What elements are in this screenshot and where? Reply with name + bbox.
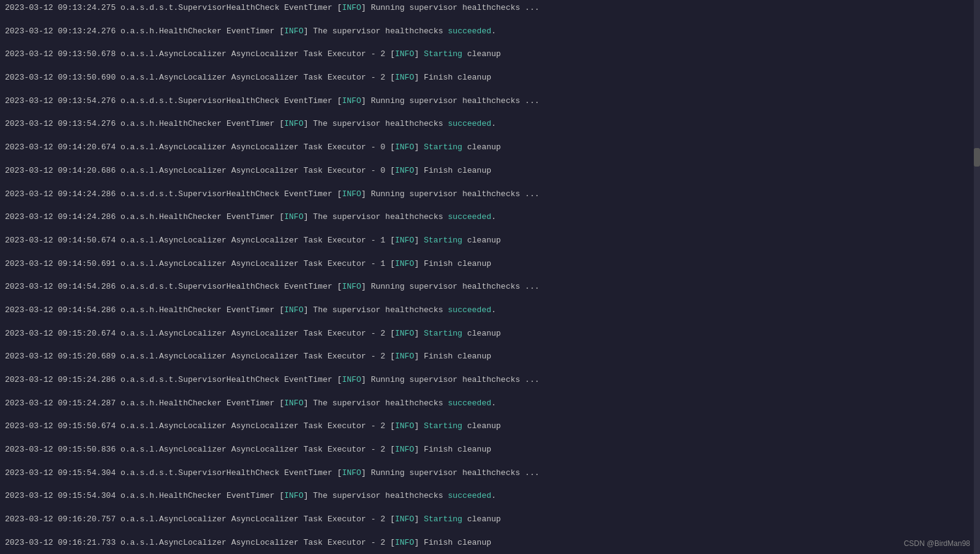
log-level: INFO	[395, 329, 414, 338]
log-message: The supervisor healthchecks	[313, 305, 447, 315]
thread-name: AsyncLocalizer Task Executor - 2	[231, 352, 386, 361]
logger-name: o.a.s.l.AsyncLocalizer	[115, 143, 226, 152]
thread-name: EventTimer	[284, 375, 333, 384]
timestamp: 2023-03-12 09:14:54.286	[5, 282, 115, 291]
thread-name: EventTimer	[226, 305, 275, 315]
thread-name: AsyncLocalizer Task Executor - 0	[231, 166, 386, 175]
logger-name: o.a.s.d.s.t.SupervisorHealthCheck	[115, 3, 279, 12]
timestamp: 2023-03-12 09:15:20.674	[5, 329, 115, 338]
log-output: 2023-03-12 09:13:24.275 o.a.s.d.s.t.Supe…	[0, 0, 980, 554]
log-message: cleanup	[462, 421, 500, 431]
log-message-end: .	[491, 491, 496, 500]
watermark-label: CSDN @BirdMan98	[903, 539, 970, 548]
logger-name: o.a.s.d.s.t.SupervisorHealthCheck	[115, 282, 279, 291]
timestamp: 2023-03-12 09:14:20.674	[5, 143, 115, 152]
thread-name: EventTimer	[284, 468, 333, 478]
scrollbar-thumb[interactable]	[974, 148, 980, 167]
log-line: 2023-03-12 09:13:54.276 o.a.s.h.HealthCh…	[5, 118, 975, 130]
log-level: INFO	[284, 119, 304, 128]
timestamp: 2023-03-12 09:15:24.287	[5, 399, 115, 408]
log-message-end: .	[491, 119, 496, 128]
thread-name: EventTimer	[226, 491, 275, 500]
log-line: 2023-03-12 09:14:24.286 o.a.s.h.HealthCh…	[5, 212, 975, 223]
log-message: cleanup	[462, 515, 500, 524]
starting-keyword: Starting	[424, 236, 462, 245]
log-line: 2023-03-12 09:13:54.276 o.a.s.d.s.t.Supe…	[5, 96, 975, 107]
log-level: INFO	[395, 515, 414, 524]
starting-keyword: Starting	[424, 515, 462, 524]
logger-name: o.a.s.l.AsyncLocalizer	[115, 352, 226, 361]
log-line: 2023-03-12 09:15:20.674 o.a.s.l.AsyncLoc…	[5, 328, 975, 340]
timestamp: 2023-03-12 09:13:54.276	[5, 119, 115, 128]
timestamp: 2023-03-12 09:14:24.286	[5, 189, 115, 199]
thread-name: AsyncLocalizer Task Executor - 2	[231, 515, 386, 524]
log-line: 2023-03-12 09:15:50.674 o.a.s.l.AsyncLoc…	[5, 421, 975, 432]
log-level: INFO	[284, 491, 304, 500]
thread-name: AsyncLocalizer Task Executor - 1	[231, 236, 386, 245]
timestamp: 2023-03-12 09:15:24.286	[5, 375, 115, 384]
logger-name: o.a.s.l.AsyncLocalizer	[115, 421, 226, 431]
log-message: Finish cleanup	[424, 166, 491, 175]
log-line: 2023-03-12 09:15:20.689 o.a.s.l.AsyncLoc…	[5, 351, 975, 363]
log-line: 2023-03-12 09:13:24.276 o.a.s.h.HealthCh…	[5, 26, 975, 38]
log-level: INFO	[395, 352, 414, 361]
log-message: Running supervisor healthchecks ...	[371, 375, 539, 384]
logger-name: o.a.s.h.HealthChecker	[115, 399, 222, 408]
log-level: INFO	[395, 166, 414, 175]
logger-name: o.a.s.l.AsyncLocalizer	[115, 49, 226, 59]
log-message: Finish cleanup	[424, 445, 491, 454]
timestamp: 2023-03-12 09:16:20.757	[5, 515, 115, 524]
timestamp: 2023-03-12 09:14:54.286	[5, 305, 115, 315]
log-message: The supervisor healthchecks	[313, 119, 447, 128]
log-line: 2023-03-12 09:15:54.304 o.a.s.d.s.t.Supe…	[5, 468, 975, 479]
logger-name: o.a.s.d.s.t.SupervisorHealthCheck	[115, 375, 279, 384]
thread-name: AsyncLocalizer Task Executor - 0	[231, 143, 386, 152]
log-level: INFO	[395, 421, 414, 431]
log-level: INFO	[395, 49, 414, 59]
logger-name: o.a.s.h.HealthChecker	[115, 491, 222, 500]
logger-name: o.a.s.l.AsyncLocalizer	[115, 445, 226, 454]
thread-name: AsyncLocalizer Task Executor - 2	[231, 421, 386, 431]
log-message-end: .	[491, 27, 496, 36]
logger-name: o.a.s.h.HealthChecker	[115, 27, 222, 36]
logger-name: o.a.s.l.AsyncLocalizer	[115, 236, 226, 245]
thread-name: EventTimer	[226, 212, 275, 221]
log-message: cleanup	[462, 49, 500, 59]
timestamp: 2023-03-12 09:16:21.733	[5, 538, 115, 547]
timestamp: 2023-03-12 09:15:50.836	[5, 445, 115, 454]
log-message: The supervisor healthchecks	[313, 399, 447, 408]
logger-name: o.a.s.l.AsyncLocalizer	[115, 329, 226, 338]
thread-name: EventTimer	[226, 27, 275, 36]
log-message-end: .	[491, 212, 496, 221]
succeeded-keyword: succeeded	[448, 119, 491, 128]
log-line: 2023-03-12 09:16:20.757 o.a.s.l.AsyncLoc…	[5, 514, 975, 526]
succeeded-keyword: succeeded	[448, 212, 491, 221]
succeeded-keyword: succeeded	[448, 491, 491, 500]
logger-name: o.a.s.h.HealthChecker	[115, 119, 222, 128]
thread-name: AsyncLocalizer Task Executor - 2	[231, 49, 386, 59]
log-message-end: .	[491, 305, 496, 315]
succeeded-keyword: succeeded	[448, 305, 491, 315]
thread-name: AsyncLocalizer Task Executor - 2	[231, 538, 386, 547]
timestamp: 2023-03-12 09:13:50.690	[5, 73, 115, 82]
log-level: INFO	[284, 27, 304, 36]
log-level: INFO	[342, 282, 361, 291]
logger-name: o.a.s.h.HealthChecker	[115, 305, 222, 315]
timestamp: 2023-03-12 09:15:54.304	[5, 491, 115, 500]
thread-name: AsyncLocalizer Task Executor - 1	[231, 259, 386, 268]
log-line: 2023-03-12 09:14:50.674 o.a.s.l.AsyncLoc…	[5, 235, 975, 247]
logger-name: o.a.s.l.AsyncLocalizer	[115, 259, 226, 268]
log-line: 2023-03-12 09:14:24.286 o.a.s.d.s.t.Supe…	[5, 189, 975, 201]
log-message: The supervisor healthchecks	[313, 491, 447, 500]
scrollbar[interactable]	[974, 0, 980, 554]
log-level: INFO	[342, 189, 361, 199]
thread-name: EventTimer	[284, 96, 333, 105]
log-message: Running supervisor healthchecks ...	[371, 468, 539, 478]
timestamp: 2023-03-12 09:13:50.678	[5, 49, 115, 59]
log-level: INFO	[395, 73, 414, 82]
logger-name: o.a.s.l.AsyncLocalizer	[115, 538, 226, 547]
starting-keyword: Starting	[424, 421, 462, 431]
timestamp: 2023-03-12 09:15:54.304	[5, 468, 115, 478]
timestamp: 2023-03-12 09:14:24.286	[5, 212, 115, 221]
log-level: INFO	[395, 445, 414, 454]
